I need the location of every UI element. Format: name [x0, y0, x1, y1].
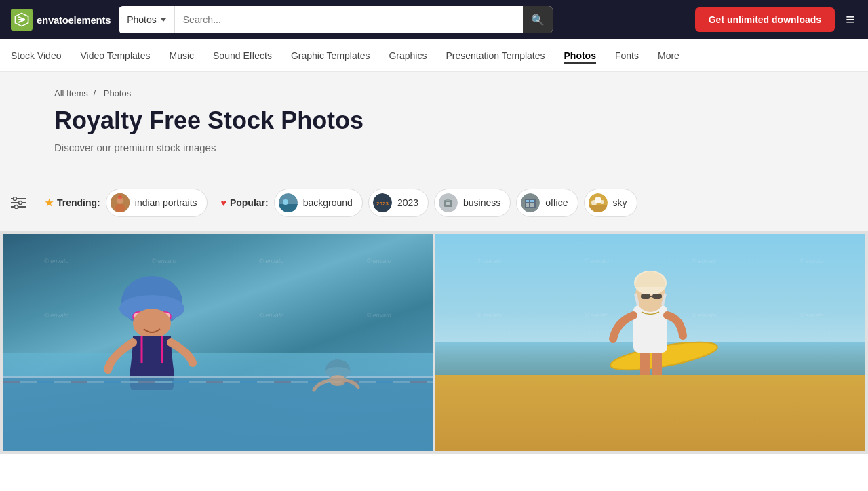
nav-item-stock-video[interactable]: Stock Video: [11, 47, 61, 64]
tag-avatar-2023: 2023: [373, 193, 392, 212]
tag-label-indian-portraits: indian portraits: [135, 197, 197, 208]
search-bar: Photos 🔍: [119, 6, 553, 33]
page-title: Royalty Free Stock Photos: [54, 106, 814, 135]
tag-label-business: business: [463, 197, 500, 208]
svg-rect-29: [589, 205, 608, 212]
nav-item-more[interactable]: More: [658, 47, 679, 64]
tag-label-office: office: [545, 197, 568, 208]
photo-grid: © envato © envato © envato © envato © en…: [0, 231, 868, 454]
breadcrumb-all-items[interactable]: All Items: [54, 88, 88, 98]
svg-rect-24: [530, 200, 534, 202]
photo-card-pool[interactable]: © envato © envato © envato © envato © en…: [3, 234, 433, 451]
filter-icon: [11, 197, 26, 209]
svg-rect-46: [652, 349, 662, 390]
tag-indian-portraits[interactable]: indian portraits: [106, 189, 208, 217]
nav-item-music[interactable]: Music: [169, 47, 194, 64]
search-icon: 🔍: [531, 14, 545, 26]
svg-point-30: [591, 200, 597, 205]
svg-rect-45: [640, 349, 650, 390]
main-nav: Stock Video Video Templates Music Sound …: [0, 39, 868, 72]
beach-woman-figure: [576, 234, 725, 397]
search-category-selector[interactable]: Photos: [119, 6, 175, 33]
nav-item-graphic-templates[interactable]: Graphic Templates: [291, 47, 370, 64]
svg-point-6: [15, 205, 18, 209]
hamburger-icon: ≡: [846, 11, 854, 28]
svg-rect-18: [446, 199, 450, 201]
background-swimmer: [311, 356, 365, 397]
photo-card-beach[interactable]: © envato © envato © envato © envato © en…: [435, 234, 865, 451]
popular-section: ♥ Popular: background 2023 2023: [216, 189, 637, 217]
tag-avatar-office: [521, 193, 540, 212]
svg-point-37: [133, 309, 171, 338]
tag-avatar-background: [279, 193, 298, 212]
tag-label-sky: sky: [613, 197, 627, 208]
svg-point-9: [115, 204, 125, 212]
beach-scene-visual: © envato © envato © envato © envato © en…: [435, 234, 865, 451]
svg-rect-47: [633, 305, 667, 353]
unlimited-downloads-button[interactable]: Get unlimited downloads: [695, 7, 835, 32]
svg-point-5: [19, 201, 22, 205]
tag-business[interactable]: business: [434, 189, 511, 217]
svg-point-4: [14, 197, 17, 201]
svg-point-31: [600, 200, 604, 204]
search-category-label: Photos: [127, 14, 157, 25]
hamburger-menu-button[interactable]: ≡: [843, 8, 857, 31]
tag-avatar-sky: [589, 193, 608, 212]
svg-rect-51: [652, 294, 662, 299]
nav-item-sound-effects[interactable]: Sound Effects: [213, 47, 272, 64]
breadcrumb-separator: /: [93, 88, 96, 98]
chevron-down-icon: [161, 18, 166, 22]
search-input[interactable]: [175, 6, 523, 33]
nav-item-video-templates[interactable]: Video Templates: [80, 47, 150, 64]
page-subtitle: Discover our premium stock images: [54, 142, 814, 153]
tag-2023[interactable]: 2023 2023: [368, 189, 429, 217]
nav-item-photos[interactable]: Photos: [564, 47, 596, 64]
trending-section: ★ Trending: indian portraits: [45, 189, 208, 217]
tag-label-2023: 2023: [397, 197, 418, 208]
popular-label: ♥ Popular:: [221, 197, 269, 208]
trending-label: ★ Trending:: [45, 197, 100, 208]
svg-rect-25: [526, 203, 529, 207]
filter-toggle-button[interactable]: [0, 191, 37, 214]
nav-item-presentation-templates[interactable]: Presentation Templates: [446, 47, 545, 64]
svg-rect-26: [530, 203, 534, 207]
svg-point-13: [283, 199, 288, 205]
svg-rect-23: [526, 200, 529, 202]
star-icon: ★: [45, 197, 54, 208]
tag-label-background: background: [303, 197, 353, 208]
hero-section: All Items / Photos Royalty Free Stock Ph…: [0, 72, 868, 175]
svg-rect-12: [279, 204, 298, 212]
envato-logo-icon: [11, 9, 33, 31]
pool-scene-visual: © envato © envato © envato © envato © en…: [3, 234, 433, 451]
heart-icon: ♥: [221, 197, 226, 208]
nav-item-fonts[interactable]: Fonts: [615, 47, 639, 64]
tag-background[interactable]: background: [274, 189, 363, 217]
breadcrumb: All Items / Photos: [54, 88, 814, 98]
logo-text: envatoelements: [37, 14, 111, 26]
svg-text:2023: 2023: [376, 201, 389, 207]
svg-point-42: [330, 375, 346, 386]
tag-avatar-business: [439, 193, 458, 212]
svg-point-10: [118, 195, 122, 199]
tag-office[interactable]: office: [516, 189, 578, 217]
tag-avatar-indian-portraits: [111, 193, 130, 212]
breadcrumb-current: Photos: [104, 88, 131, 98]
search-button[interactable]: 🔍: [523, 6, 553, 33]
svg-rect-50: [641, 294, 650, 299]
header: envatoelements Photos 🔍 Get unlimited do…: [0, 0, 868, 39]
tag-sky[interactable]: sky: [584, 189, 637, 217]
logo[interactable]: envatoelements: [11, 9, 111, 31]
tags-row: ★ Trending: indian portraits ♥ Popular:: [0, 175, 868, 231]
nav-item-graphics[interactable]: Graphics: [389, 47, 427, 64]
